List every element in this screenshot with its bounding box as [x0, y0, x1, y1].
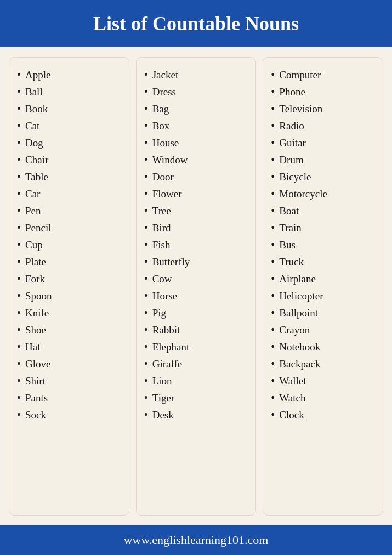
list-item: Book [17, 100, 121, 117]
list-item: Hat [17, 338, 121, 355]
noun-column-2: JacketDressBagBoxHouseWindowDoorFlowerTr… [136, 57, 257, 516]
list-item: Pen [17, 202, 121, 219]
list-item: Glove [17, 355, 121, 372]
list-item: Guitar [271, 134, 375, 151]
list-item: Boat [271, 202, 375, 219]
list-item: Train [271, 219, 375, 236]
list-item: Drum [271, 151, 375, 168]
list-item: Pig [144, 304, 248, 321]
list-item: Tree [144, 202, 248, 219]
list-item: Computer [271, 66, 375, 83]
list-item: Knife [17, 304, 121, 321]
list-item: Bag [144, 100, 248, 117]
list-item: Box [144, 117, 248, 134]
list-item: Pants [17, 389, 121, 406]
list-item: Plate [17, 253, 121, 270]
list-item: Jacket [144, 66, 248, 83]
noun-list-3: ComputerPhoneTelevisionRadioGuitarDrumBi… [271, 66, 375, 423]
list-item: Notebook [271, 338, 375, 355]
list-item: Motorcycle [271, 185, 375, 202]
list-item: Television [271, 100, 375, 117]
list-item: Shirt [17, 372, 121, 389]
list-item: Shoe [17, 321, 121, 338]
list-item: Pencil [17, 219, 121, 236]
list-item: Ballpoint [271, 304, 375, 321]
list-item: House [144, 134, 248, 151]
list-item: Spoon [17, 287, 121, 304]
list-item: Wallet [271, 372, 375, 389]
list-item: Airplane [271, 270, 375, 287]
noun-column-3: ComputerPhoneTelevisionRadioGuitarDrumBi… [263, 57, 383, 516]
list-item: Flower [144, 185, 248, 202]
list-item: Dress [144, 83, 248, 100]
list-item: Dog [17, 134, 121, 151]
list-item: Tiger [144, 389, 248, 406]
list-item: Rabbit [144, 321, 248, 338]
list-item: Bus [271, 236, 375, 253]
list-item: Cat [17, 117, 121, 134]
list-item: Car [17, 185, 121, 202]
list-item: Crayon [271, 321, 375, 338]
list-item: Elephant [144, 338, 248, 355]
list-item: Radio [271, 117, 375, 134]
list-item: Window [144, 151, 248, 168]
list-item: Ball [17, 83, 121, 100]
page-footer: www.englishlearning101.com [0, 525, 392, 555]
list-item: Fish [144, 236, 248, 253]
list-item: Giraffe [144, 355, 248, 372]
list-item: Truck [271, 253, 375, 270]
list-item: Door [144, 168, 248, 185]
list-item: Fork [17, 270, 121, 287]
list-item: Backpack [271, 355, 375, 372]
noun-list-1: AppleBallBookCatDogChairTableCarPenPenci… [17, 66, 121, 423]
list-item: Horse [144, 287, 248, 304]
list-item: Phone [271, 83, 375, 100]
list-item: Desk [144, 406, 248, 423]
list-item: Watch [271, 389, 375, 406]
list-item: Cow [144, 270, 248, 287]
noun-list-2: JacketDressBagBoxHouseWindowDoorFlowerTr… [144, 66, 248, 423]
noun-column-1: AppleBallBookCatDogChairTableCarPenPenci… [9, 57, 129, 516]
list-item: Lion [144, 372, 248, 389]
page-title: List of Countable Nouns [11, 12, 381, 35]
list-item: Clock [271, 406, 375, 423]
page-header: List of Countable Nouns [0, 0, 392, 47]
main-content: AppleBallBookCatDogChairTableCarPenPenci… [0, 47, 392, 525]
list-item: Helicopter [271, 287, 375, 304]
list-item: Cup [17, 236, 121, 253]
footer-url: www.englishlearning101.com [124, 533, 269, 547]
list-item: Butterfly [144, 253, 248, 270]
list-item: Bicycle [271, 168, 375, 185]
list-item: Bird [144, 219, 248, 236]
list-item: Sock [17, 406, 121, 423]
list-item: Apple [17, 66, 121, 83]
list-item: Chair [17, 151, 121, 168]
list-item: Table [17, 168, 121, 185]
